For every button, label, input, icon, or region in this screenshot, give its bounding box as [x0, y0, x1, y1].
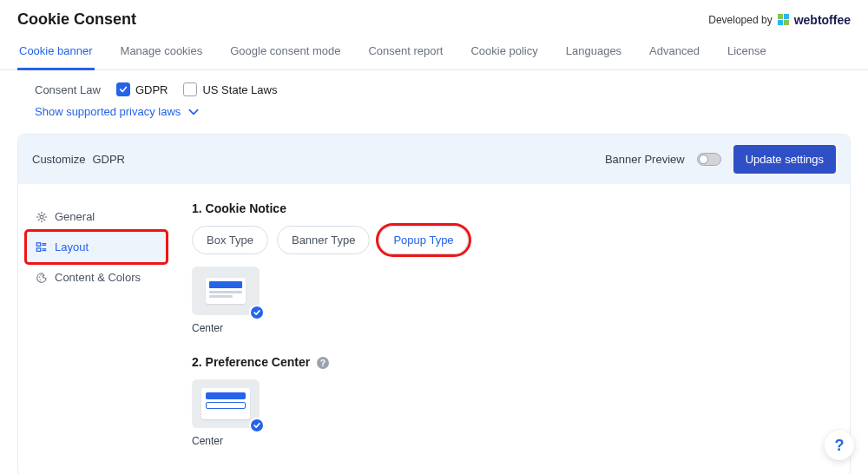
banner-type-button[interactable]: Banner Type: [277, 226, 370, 254]
chevron-down-icon: [187, 106, 200, 118]
check-badge-icon: [249, 418, 265, 433]
popup-type-button[interactable]: Popup Type: [378, 226, 468, 254]
help-button[interactable]: ?: [825, 431, 854, 460]
tab-license[interactable]: License: [726, 36, 768, 69]
checkbox-gdpr[interactable]: GDPR: [116, 82, 168, 96]
palette-icon: [36, 272, 48, 284]
side-item-content-colors[interactable]: Content & Colors: [27, 262, 166, 293]
preference-preview-center[interactable]: [192, 379, 260, 428]
customize-target: GDPR: [92, 153, 125, 166]
tab-cookie-banner[interactable]: Cookie banner: [17, 36, 95, 70]
box-type-button[interactable]: Box Type: [192, 226, 268, 254]
banner-preview-toggle[interactable]: [697, 153, 721, 166]
svg-point-7: [39, 276, 40, 277]
notice-preview-center[interactable]: [192, 267, 260, 315]
info-icon[interactable]: ?: [317, 357, 329, 369]
check-badge-icon: [249, 305, 265, 320]
consent-law-row: Consent Law GDPR US State Laws: [0, 70, 868, 102]
checkbox-gdpr-box[interactable]: [116, 82, 130, 96]
tab-consent-report[interactable]: Consent report: [366, 36, 444, 69]
banner-preview-label: Banner Preview: [605, 153, 685, 166]
preference-center-title: 2. Preference Center ?: [192, 355, 832, 369]
svg-rect-1: [36, 242, 40, 246]
preference-caption: Center: [192, 435, 260, 447]
customize-panel: Customize GDPR Banner Preview Update set…: [17, 134, 851, 474]
notice-type-buttons: Box Type Banner Type Popup Type: [192, 226, 832, 254]
tab-google-consent-mode[interactable]: Google consent mode: [228, 36, 342, 69]
tab-bar: Cookie banner Manage cookies Google cons…: [0, 36, 868, 70]
svg-point-9: [40, 279, 41, 280]
customize-label: Customize: [32, 153, 85, 166]
checkbox-us-box[interactable]: [183, 82, 197, 96]
consent-law-label: Consent Law: [35, 83, 101, 96]
checkbox-us-state-laws[interactable]: US State Laws: [183, 82, 277, 96]
update-settings-button[interactable]: Update settings: [733, 145, 836, 174]
gear-icon: [36, 211, 48, 223]
side-item-general[interactable]: General: [27, 201, 166, 232]
side-nav: General Layout Content & Colors: [18, 184, 166, 474]
tab-cookie-policy[interactable]: Cookie policy: [469, 36, 539, 69]
svg-point-0: [40, 215, 43, 219]
svg-point-8: [40, 274, 41, 275]
tab-manage-cookies[interactable]: Manage cookies: [119, 36, 205, 69]
developed-by: Developed by webtoffee: [708, 13, 851, 27]
tab-advanced[interactable]: Advanced: [648, 36, 701, 69]
notice-caption: Center: [192, 322, 260, 334]
tab-languages[interactable]: Languages: [564, 36, 623, 69]
webtoffee-logo[interactable]: webtoffee: [778, 13, 851, 27]
show-supported-privacy-laws-link[interactable]: Show supported privacy laws: [0, 102, 868, 128]
cookie-notice-title: 1. Cookie Notice: [192, 201, 832, 215]
layout-icon: [36, 241, 48, 253]
svg-rect-4: [36, 247, 40, 251]
side-item-layout[interactable]: Layout: [27, 232, 166, 262]
page-title: Cookie Consent: [17, 10, 136, 29]
